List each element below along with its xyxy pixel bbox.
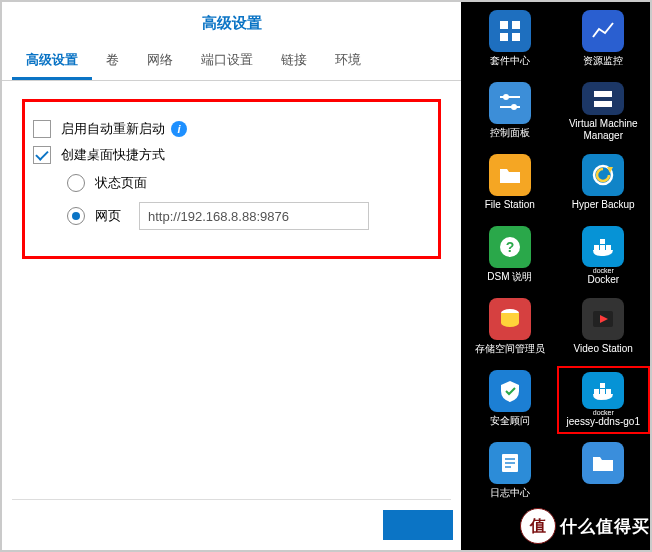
desktop-icon-label: 套件中心 bbox=[490, 55, 530, 67]
desktop-icon-label: 存储空间管理员 bbox=[475, 343, 545, 355]
desktop-icon-3[interactable]: Virtual Machine Manager bbox=[557, 78, 651, 146]
tab-advanced[interactable]: 高级设置 bbox=[12, 43, 92, 80]
auto-restart-label: 启用自动重新启动 bbox=[61, 120, 165, 138]
desktop-icon-10[interactable]: 安全顾问 bbox=[463, 366, 557, 434]
desktop-icon-2[interactable]: 控制面板 bbox=[463, 78, 557, 146]
desktop-icon-1[interactable]: 资源监控 bbox=[557, 6, 651, 74]
status-page-radio[interactable] bbox=[67, 174, 85, 192]
desktop-icon-label: 安全顾问 bbox=[490, 415, 530, 427]
url-input[interactable] bbox=[139, 202, 369, 230]
desktop-icon-13[interactable] bbox=[557, 438, 651, 506]
watermark-badge: 值 bbox=[520, 508, 556, 544]
backup-icon bbox=[582, 154, 624, 196]
web-page-radio[interactable] bbox=[67, 207, 85, 225]
svg-rect-21 bbox=[594, 389, 599, 394]
desktop-icon-label: jeessy-ddns-go1 bbox=[567, 416, 640, 428]
folder-icon bbox=[489, 154, 531, 196]
highlight-annotation: 启用自动重新启动 i 创建桌面快捷方式 状态页面 网页 bbox=[22, 99, 441, 259]
chart-icon bbox=[582, 10, 624, 52]
svg-text:?: ? bbox=[505, 239, 514, 255]
svg-rect-0 bbox=[500, 21, 508, 29]
svg-point-5 bbox=[503, 94, 509, 100]
tab-port[interactable]: 端口设置 bbox=[187, 43, 267, 80]
desktop-icon-label: Virtual Machine Manager bbox=[559, 118, 649, 142]
svg-rect-17 bbox=[606, 245, 611, 250]
svg-rect-14 bbox=[594, 245, 599, 250]
desktop-icon-grid: 套件中心资源监控控制面板Virtual Machine ManagerFile … bbox=[463, 6, 650, 506]
docker-icon bbox=[582, 372, 624, 409]
desktop-icon-label: 控制面板 bbox=[490, 127, 530, 139]
shortcut-label: 创建桌面快捷方式 bbox=[61, 146, 165, 164]
desktop-icon-6[interactable]: ?DSM 说明 bbox=[463, 222, 557, 290]
desktop-icon-0[interactable]: 套件中心 bbox=[463, 6, 557, 74]
disk-icon bbox=[489, 298, 531, 340]
sliders-icon bbox=[489, 82, 531, 124]
folder2-icon bbox=[582, 442, 624, 484]
svg-rect-3 bbox=[512, 33, 520, 41]
dialog-content: 启用自动重新启动 i 创建桌面快捷方式 状态页面 网页 bbox=[2, 81, 461, 277]
desktop-icon-12[interactable]: 日志中心 bbox=[463, 438, 557, 506]
tab-bar: 高级设置 卷 网络 端口设置 链接 环境 bbox=[2, 43, 461, 81]
play-icon bbox=[582, 298, 624, 340]
shield-icon bbox=[489, 370, 531, 412]
svg-rect-9 bbox=[594, 101, 612, 107]
tab-volume[interactable]: 卷 bbox=[92, 43, 133, 80]
docker-icon bbox=[582, 226, 624, 267]
desktop-icon-9[interactable]: Video Station bbox=[557, 294, 651, 362]
auto-restart-checkbox[interactable] bbox=[33, 120, 51, 138]
footer-separator bbox=[12, 499, 451, 500]
primary-button[interactable] bbox=[383, 510, 453, 540]
desktop-icon-11[interactable]: dockerjeessy-ddns-go1 bbox=[557, 366, 651, 434]
dialog-title: 高级设置 bbox=[2, 2, 461, 43]
watermark: 值 什么值得买 bbox=[520, 508, 650, 544]
svg-rect-8 bbox=[594, 91, 612, 97]
settings-dialog: 高级设置 高级设置 卷 网络 端口设置 链接 环境 启用自动重新启动 i 创建桌… bbox=[2, 2, 461, 550]
svg-rect-1 bbox=[512, 21, 520, 29]
watermark-text: 什么值得买 bbox=[560, 515, 650, 538]
desktop-icon-7[interactable]: dockerDocker bbox=[557, 222, 651, 290]
svg-point-7 bbox=[511, 104, 517, 110]
desktop-icon-label: DSM 说明 bbox=[487, 271, 532, 283]
help-icon: ? bbox=[489, 226, 531, 268]
desktop-icon-label: Video Station bbox=[574, 343, 633, 355]
desktop-icon-label: 资源监控 bbox=[583, 55, 623, 67]
web-page-label: 网页 bbox=[95, 207, 121, 225]
desktop-icon-label: File Station bbox=[485, 199, 535, 211]
tab-env[interactable]: 环境 bbox=[321, 43, 375, 80]
svg-rect-16 bbox=[600, 239, 605, 244]
tab-network[interactable]: 网络 bbox=[133, 43, 187, 80]
svg-rect-15 bbox=[600, 245, 605, 250]
desktop-icon-label: 日志中心 bbox=[490, 487, 530, 499]
svg-rect-23 bbox=[600, 383, 605, 388]
grid-icon bbox=[489, 10, 531, 52]
svg-rect-22 bbox=[600, 389, 605, 394]
info-icon[interactable]: i bbox=[171, 121, 187, 137]
desktop-icon-label: Docker bbox=[587, 274, 619, 286]
desktop-icon-label: Hyper Backup bbox=[572, 199, 635, 211]
log-icon bbox=[489, 442, 531, 484]
svg-rect-24 bbox=[606, 389, 611, 394]
desktop-area: 套件中心资源监控控制面板Virtual Machine ManagerFile … bbox=[461, 2, 652, 550]
status-page-label: 状态页面 bbox=[95, 174, 147, 192]
tab-link[interactable]: 链接 bbox=[267, 43, 321, 80]
desktop-icon-5[interactable]: Hyper Backup bbox=[557, 150, 651, 218]
svg-rect-2 bbox=[500, 33, 508, 41]
server-icon bbox=[582, 82, 624, 115]
shortcut-checkbox[interactable] bbox=[33, 146, 51, 164]
desktop-icon-8[interactable]: 存储空间管理员 bbox=[463, 294, 557, 362]
desktop-icon-4[interactable]: File Station bbox=[463, 150, 557, 218]
